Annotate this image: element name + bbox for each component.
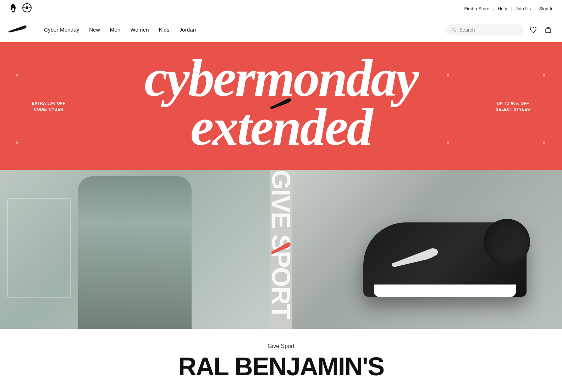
shoe-swoosh-icon: [392, 246, 441, 271]
give-sport-label: Give Sport: [7, 343, 555, 349]
hero-extra-off: EXTRA 30% OFF: [32, 100, 65, 106]
hero-dots: [0, 42, 562, 170]
jordan-logo-icon[interactable]: [9, 3, 18, 14]
converse-logo-icon[interactable]: [22, 3, 32, 14]
new-nav[interactable]: New: [89, 27, 100, 33]
brand-logos: [9, 3, 32, 14]
utility-nav: Find a Store | Help | Join Us | Sign In: [464, 6, 553, 11]
favorites-button[interactable]: [528, 24, 539, 35]
nav-links: Cyber Monday New Men Women Kids Jordan: [44, 27, 446, 33]
sport-right-image: [292, 170, 562, 329]
cart-button[interactable]: [543, 24, 553, 35]
svg-rect-8: [546, 29, 551, 33]
give-sport-title: RAL BENJAMIN'S: [7, 354, 555, 379]
give-sport-section: Give Sport RAL BENJAMIN'S: [0, 329, 562, 386]
hero-left-text: EXTRA 30% OFF CODE: CYBER: [32, 100, 65, 112]
hero-upto-off: UP TO 60% OFF: [496, 100, 530, 106]
search-icon: [451, 27, 456, 33]
main-nav: Cyber Monday New Men Women Kids Jordan: [0, 17, 562, 42]
search-input[interactable]: [459, 27, 518, 33]
hero-right-text: UP TO 60% OFF SELECT STYLES: [496, 100, 530, 112]
women-nav[interactable]: Women: [130, 27, 149, 33]
jordan-nav[interactable]: Jordan: [179, 27, 196, 33]
heart-icon: [529, 26, 537, 34]
hero-text-block: cybermonday extended: [0, 42, 562, 170]
hero-title-bottom: extended: [191, 101, 372, 153]
nav-actions: [446, 24, 553, 35]
hero-banner: EXTRA 30% OFF CODE: CYBER cybermonday ex…: [0, 42, 562, 170]
kids-nav[interactable]: Kids: [159, 27, 170, 33]
cyber-monday-nav[interactable]: Cyber Monday: [44, 27, 79, 33]
sport-center: GIVE SPORT: [270, 170, 292, 329]
search-bar[interactable]: [446, 24, 524, 35]
join-us-link[interactable]: Join Us: [516, 6, 531, 11]
sign-in-link[interactable]: Sign In: [539, 6, 553, 11]
bag-icon: [544, 26, 552, 34]
sport-left-image: [0, 170, 270, 329]
men-nav[interactable]: Men: [110, 27, 121, 33]
hero-title-top: cybermonday: [144, 52, 418, 104]
hero-select-styles: SELECT STYLES: [496, 106, 530, 112]
svg-line-7: [455, 31, 456, 32]
svg-point-6: [452, 28, 455, 31]
help-link[interactable]: Help: [498, 6, 507, 11]
find-store-link[interactable]: Find a Store: [464, 6, 489, 11]
nike-logo[interactable]: [9, 25, 30, 35]
sport-swoosh-icon: [271, 241, 291, 256]
hero-code: CODE: CYBER: [32, 106, 65, 112]
hero-swoosh-icon: [270, 97, 292, 111]
sport-section: GIVE SPORT: [0, 170, 562, 329]
svg-point-1: [26, 6, 28, 9]
utility-bar: Find a Store | Help | Join Us | Sign In: [0, 0, 562, 17]
